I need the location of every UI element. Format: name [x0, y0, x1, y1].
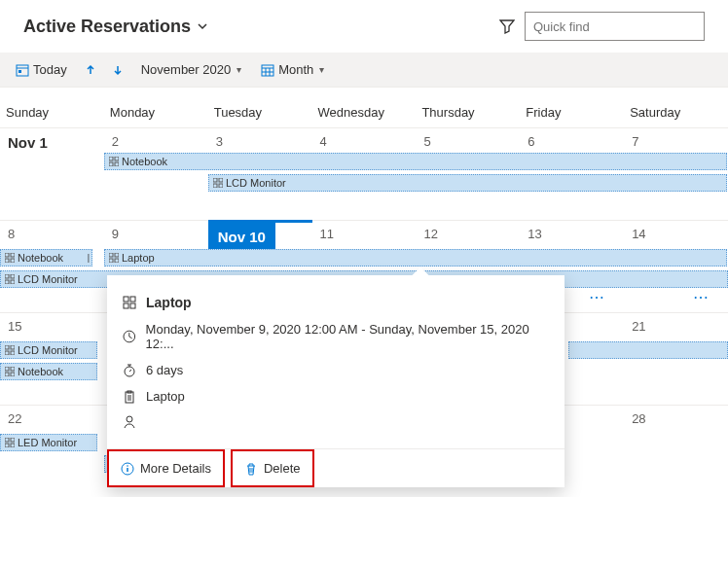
svg-rect-7: [115, 162, 119, 166]
delete-label: Delete: [264, 461, 301, 476]
svg-rect-19: [115, 259, 119, 263]
svg-rect-18: [109, 259, 113, 263]
svg-rect-17: [115, 253, 119, 257]
svg-rect-21: [11, 274, 15, 278]
more-events[interactable]: ⋯: [589, 288, 604, 306]
event-bar-led[interactable]: LED Monitor: [0, 434, 97, 451]
svg-rect-41: [130, 297, 135, 302]
day-header: Monday: [104, 88, 208, 127]
svg-rect-30: [5, 373, 9, 376]
calendar-toolbar: Today November 2020 ▾ Month ▾: [0, 53, 728, 88]
calendar-icon: [16, 63, 29, 77]
view-picker[interactable]: Month ▾: [255, 58, 330, 81]
svg-rect-4: [109, 157, 113, 160]
view-title-text: Active Reservations: [23, 17, 191, 37]
event-bar[interactable]: [568, 341, 728, 359]
svg-point-50: [127, 465, 128, 467]
event-bar-lcd[interactable]: LCD Monitor: [208, 174, 727, 192]
person-icon: [123, 415, 136, 429]
svg-rect-24: [5, 345, 9, 349]
svg-rect-20: [5, 274, 9, 278]
svg-rect-40: [124, 297, 128, 302]
arrow-down-icon: [112, 64, 124, 76]
day-header: Sunday: [0, 88, 104, 127]
svg-rect-14: [5, 259, 9, 263]
grid-icon: [5, 345, 15, 355]
day-header: Thursday: [416, 88, 520, 127]
grid-icon: [109, 253, 119, 263]
day-header: Tuesday: [208, 88, 312, 127]
grid-icon: [5, 438, 15, 447]
svg-rect-33: [11, 438, 15, 442]
filter-icon[interactable]: [499, 18, 515, 34]
svg-rect-27: [11, 351, 15, 355]
svg-rect-43: [130, 303, 135, 308]
view-label: Month: [278, 62, 313, 77]
trash-icon: [244, 462, 258, 476]
more-events[interactable]: ⋯: [693, 288, 709, 306]
grid-icon: [123, 296, 136, 309]
clipboard-icon: [123, 390, 136, 404]
today-button[interactable]: Today: [10, 58, 73, 81]
day-cell[interactable]: 2: [104, 127, 208, 220]
event-bar-notebook[interactable]: Notebook |: [0, 249, 92, 267]
calendar-icon: [261, 63, 274, 77]
popup-title: Laptop: [146, 295, 192, 310]
svg-rect-16: [109, 253, 113, 257]
svg-rect-31: [11, 373, 15, 376]
grid-icon: [5, 367, 15, 376]
view-title[interactable]: Active Reservations: [23, 17, 208, 37]
svg-rect-26: [5, 351, 9, 355]
month-picker[interactable]: November 2020 ▾: [135, 58, 248, 81]
svg-rect-11: [219, 184, 223, 188]
event-bar-notebook[interactable]: Notebook: [0, 363, 97, 380]
day-cell[interactable]: Nov 1: [0, 127, 104, 220]
chevron-down-icon: ▾: [319, 64, 324, 75]
event-bar-lcd[interactable]: LCD Monitor: [0, 341, 97, 359]
svg-rect-2: [18, 70, 21, 73]
svg-rect-8: [213, 178, 217, 182]
month-label: November 2020: [141, 62, 232, 77]
grid-icon: [109, 157, 119, 166]
event-popup: Laptop Monday, November 9, 2020 12:00 AM…: [107, 275, 564, 487]
svg-rect-34: [5, 444, 9, 447]
day-headers: Sunday Monday Tuesday Wednesday Thursday…: [0, 88, 728, 127]
popup-duration: 6 days: [146, 363, 183, 377]
stopwatch-icon: [123, 364, 136, 377]
clock-icon: [123, 330, 136, 343]
more-details-button[interactable]: More Details: [107, 449, 225, 487]
prev-button[interactable]: [81, 64, 100, 76]
event-bar-notebook[interactable]: Notebook: [104, 153, 727, 170]
search-box[interactable]: [525, 12, 705, 41]
svg-rect-42: [124, 303, 128, 308]
svg-rect-6: [109, 162, 113, 166]
svg-rect-3: [262, 65, 273, 76]
day-header: Friday: [520, 88, 624, 127]
popup-resource: Laptop: [146, 389, 185, 404]
svg-rect-25: [11, 345, 15, 349]
grid-icon: [5, 253, 15, 263]
svg-rect-35: [11, 444, 15, 447]
event-bar-laptop[interactable]: Laptop: [104, 249, 727, 267]
chevron-down-icon: [197, 20, 208, 32]
svg-rect-9: [219, 178, 223, 182]
next-button[interactable]: [108, 64, 127, 76]
today-label: Today: [33, 62, 67, 77]
svg-rect-15: [11, 259, 15, 263]
grid-icon: [5, 274, 15, 284]
info-icon: [121, 462, 134, 476]
grid-icon: [213, 178, 223, 188]
svg-rect-13: [11, 253, 15, 257]
delete-button[interactable]: Delete: [231, 449, 314, 487]
arrow-up-icon: [85, 64, 96, 76]
day-cell[interactable]: 28: [624, 405, 728, 497]
day-header: Wednesday: [312, 88, 417, 127]
more-details-label: More Details: [140, 461, 211, 476]
svg-rect-32: [5, 438, 9, 442]
chevron-down-icon: ▾: [237, 64, 241, 75]
svg-point-48: [127, 416, 132, 422]
svg-rect-5: [115, 157, 119, 160]
popup-when: Monday, November 9, 2020 12:00 AM - Sund…: [146, 322, 549, 351]
svg-rect-12: [5, 253, 9, 257]
search-input[interactable]: [533, 19, 697, 34]
